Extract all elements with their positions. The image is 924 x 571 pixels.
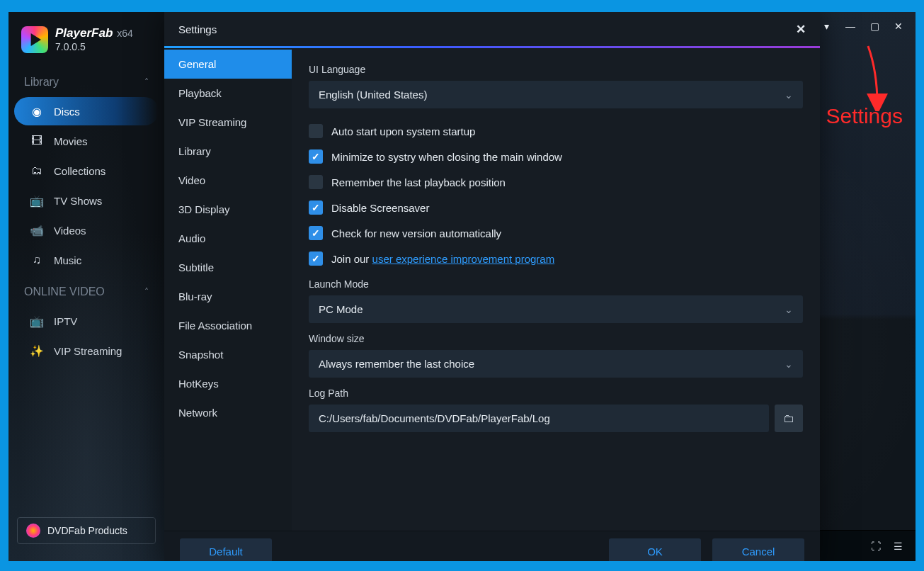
check-disable-screensaver[interactable]: Disable Screensaver bbox=[309, 195, 803, 220]
menu-dropdown-icon[interactable]: ▾ bbox=[819, 21, 833, 32]
sidebar-item-collections[interactable]: 🗂 Collections bbox=[14, 157, 159, 185]
ok-button[interactable]: OK bbox=[609, 538, 701, 561]
minimize-button[interactable]: — bbox=[843, 21, 857, 32]
checkbox[interactable] bbox=[309, 124, 323, 138]
collection-icon: 🗂 bbox=[30, 164, 44, 178]
sidebar-item-label: TV Shows bbox=[54, 195, 102, 207]
app-logo-icon bbox=[21, 26, 48, 53]
sidebar-item-tvshows[interactable]: 📺 TV Shows bbox=[14, 186, 159, 215]
window-size-value: Always remember the last choice bbox=[319, 358, 474, 370]
sidebar-item-discs[interactable]: ◉ Discs bbox=[14, 97, 159, 125]
sidebar-item-label: Movies bbox=[54, 135, 88, 147]
check-minimize-systray[interactable]: Minimize to systry when closing the main… bbox=[309, 144, 803, 169]
cancel-button[interactable]: Cancel bbox=[712, 538, 804, 561]
maximize-button[interactable]: ▢ bbox=[867, 21, 882, 32]
products-button-label: DVDFab Products bbox=[47, 525, 127, 536]
folder-icon: 🗀 bbox=[783, 412, 794, 425]
log-path-input[interactable]: C:/Users/fab/Documents/DVDFab/PlayerFab/… bbox=[309, 405, 769, 432]
film-icon: 🎞 bbox=[30, 134, 44, 148]
sidebar-item-label: VIP Streaming bbox=[54, 345, 122, 357]
ux-program-link[interactable]: user experience improvement program bbox=[372, 253, 555, 265]
sidebar-item-label: Videos bbox=[54, 225, 86, 237]
settings-nav-video[interactable]: Video bbox=[164, 166, 292, 195]
settings-nav-blu-ray[interactable]: Blu-ray bbox=[164, 282, 292, 311]
default-button[interactable]: Default bbox=[180, 538, 272, 561]
sidebar-item-label: Music bbox=[54, 254, 81, 266]
check-auto-start[interactable]: Auto start upon system startup bbox=[309, 118, 803, 144]
settings-nav-3d-display[interactable]: 3D Display bbox=[164, 195, 292, 224]
settings-body: General Playback VIP Streaming Library V… bbox=[164, 48, 820, 531]
app-window: PlayerFab x64 7.0.0.5 Library ˄ ◉ Discs … bbox=[8, 12, 916, 561]
fullscreen-button[interactable]: ⛶ bbox=[871, 541, 881, 552]
video-icon: 📹 bbox=[30, 223, 44, 237]
ux-prefix: Join our bbox=[331, 253, 372, 265]
sidebar-item-videos[interactable]: 📹 Videos bbox=[14, 216, 159, 244]
check-label: Disable Screensaver bbox=[331, 202, 429, 214]
sidebar: PlayerFab x64 7.0.0.5 Library ˄ ◉ Discs … bbox=[8, 12, 164, 561]
checkbox[interactable] bbox=[309, 226, 323, 240]
settings-nav-audio[interactable]: Audio bbox=[164, 224, 292, 253]
check-auto-update[interactable]: Check for new version automatically bbox=[309, 220, 803, 246]
settings-modal: Settings ✕ General Playback VIP Streamin… bbox=[164, 12, 820, 561]
sidebar-item-music[interactable]: ♫ Music bbox=[14, 246, 159, 274]
settings-nav-file-association[interactable]: File Association bbox=[164, 311, 292, 340]
checkbox[interactable] bbox=[309, 149, 323, 164]
browse-folder-button[interactable]: 🗀 bbox=[775, 405, 803, 432]
check-label: Remember the last playback position bbox=[331, 176, 506, 188]
window-size-label: Window size bbox=[309, 333, 803, 344]
launch-mode-select[interactable]: PC Mode ⌄ bbox=[309, 295, 803, 323]
log-path-label: Log Path bbox=[309, 388, 803, 399]
app-version: 7.0.0.5 bbox=[55, 41, 133, 53]
window-size-select[interactable]: Always remember the last choice ⌄ bbox=[309, 350, 803, 378]
sidebar-item-vip-streaming[interactable]: ✨ VIP Streaming bbox=[14, 337, 159, 365]
dvdfab-products-button[interactable]: DVDFab Products bbox=[17, 517, 156, 544]
launch-mode-value: PC Mode bbox=[319, 303, 363, 315]
settings-footer: Default OK Cancel bbox=[164, 531, 820, 561]
check-label: Join our user experience improvement pro… bbox=[331, 253, 554, 265]
tv-icon: 📺 bbox=[30, 193, 44, 208]
sidebar-item-label: Discs bbox=[54, 106, 80, 118]
check-label: Auto start upon system startup bbox=[331, 125, 475, 137]
log-path-row: C:/Users/fab/Documents/DVDFab/PlayerFab/… bbox=[309, 405, 803, 432]
settings-nav-network[interactable]: Network bbox=[164, 398, 292, 427]
close-button[interactable]: ✕ bbox=[891, 21, 906, 32]
ui-language-value: English (United States) bbox=[319, 89, 427, 101]
iptv-icon: 📺 bbox=[30, 314, 44, 328]
music-icon: ♫ bbox=[30, 253, 44, 267]
check-remember-position[interactable]: Remember the last playback position bbox=[309, 169, 803, 195]
chevron-down-icon: ⌄ bbox=[785, 358, 793, 370]
ui-language-select[interactable]: English (United States) ⌄ bbox=[309, 81, 803, 108]
checkbox[interactable] bbox=[309, 200, 323, 215]
chevron-down-icon: ⌄ bbox=[785, 304, 793, 315]
chevron-down-icon: ⌄ bbox=[785, 89, 793, 101]
settings-modal-header: Settings ✕ bbox=[164, 12, 820, 46]
window-titlebar-controls: ▾ — ▢ ✕ bbox=[809, 12, 916, 40]
settings-general-pane: UI Language English (United States) ⌄ Au… bbox=[292, 48, 820, 531]
settings-title: Settings bbox=[178, 23, 217, 35]
sidebar-item-label: Collections bbox=[54, 165, 105, 177]
settings-nav-vip-streaming[interactable]: VIP Streaming bbox=[164, 108, 292, 137]
settings-nav-subtitle[interactable]: Subtitle bbox=[164, 253, 292, 282]
checkbox[interactable] bbox=[309, 251, 323, 266]
checkbox[interactable] bbox=[309, 175, 323, 189]
online-video-header[interactable]: ONLINE VIDEO ˄ bbox=[8, 276, 164, 305]
settings-nav: General Playback VIP Streaming Library V… bbox=[164, 48, 292, 531]
settings-nav-snapshot[interactable]: Snapshot bbox=[164, 340, 292, 369]
chevron-up-icon: ˄ bbox=[144, 287, 149, 297]
app-name: PlayerFab bbox=[55, 26, 113, 40]
check-label: Check for new version automatically bbox=[331, 227, 501, 239]
brand-block: PlayerFab x64 7.0.0.5 bbox=[8, 21, 164, 66]
check-ux-program[interactable]: Join our user experience improvement pro… bbox=[309, 246, 803, 271]
settings-nav-playback[interactable]: Playback bbox=[164, 79, 292, 108]
list-view-button[interactable]: ☰ bbox=[894, 541, 903, 552]
settings-close-button[interactable]: ✕ bbox=[796, 22, 806, 37]
settings-nav-hotkeys[interactable]: HotKeys bbox=[164, 369, 292, 398]
settings-nav-general[interactable]: General bbox=[164, 50, 292, 79]
library-header[interactable]: Library ˄ bbox=[8, 66, 164, 96]
ui-language-label: UI Language bbox=[309, 64, 803, 75]
dvdfab-logo-icon bbox=[26, 524, 40, 538]
sidebar-item-iptv[interactable]: 📺 IPTV bbox=[14, 307, 159, 335]
sidebar-item-movies[interactable]: 🎞 Movies bbox=[14, 127, 159, 155]
settings-nav-library[interactable]: Library bbox=[164, 137, 292, 166]
online-header-label: ONLINE VIDEO bbox=[24, 286, 105, 298]
